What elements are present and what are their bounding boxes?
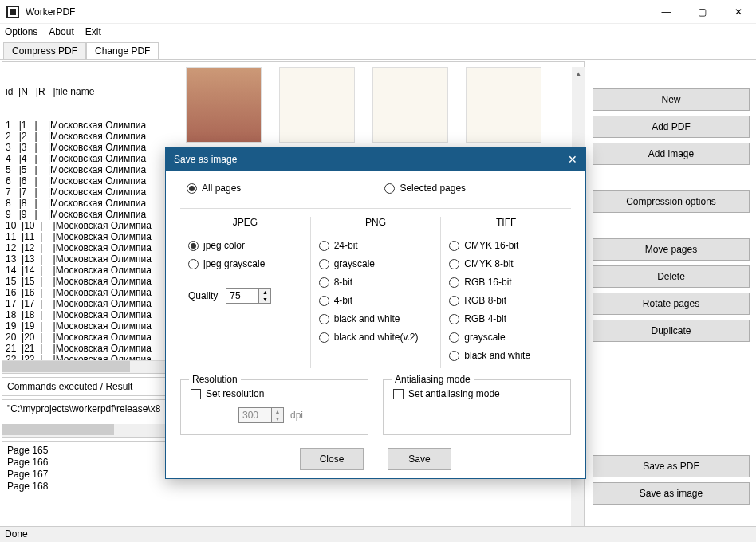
dpi-unit: dpi (290, 410, 303, 421)
radio-tiff-option[interactable]: CMYK 8-bit (449, 258, 563, 269)
jpeg-column: JPEG jpeg color jpeg grayscale Quality ▲… (180, 217, 310, 368)
radio-tiff-option[interactable]: grayscale (449, 332, 563, 343)
radio-tiff-option[interactable]: RGB 8-bit (449, 295, 563, 306)
radio-png-option[interactable]: black and white(v.2) (319, 332, 433, 343)
radio-icon (449, 296, 459, 306)
radio-icon (319, 241, 329, 251)
quality-label: Quality (188, 290, 218, 301)
radio-icon (319, 277, 329, 288)
spinner-down-icon: ▼ (272, 415, 283, 422)
antialiasing-legend: Antialiasing mode (392, 374, 474, 385)
png-column: PNG 24-bitgrayscale8-bit4-bitblack and w… (310, 217, 441, 368)
radio-icon (319, 296, 329, 306)
set-antialiasing-checkbox[interactable]: Set antialiasing mode (393, 388, 561, 399)
png-header: PNG (319, 217, 433, 228)
radio-png-option[interactable]: 24-bit (319, 240, 433, 251)
checkbox-icon (393, 389, 404, 399)
radio-tiff-option[interactable]: black and white (449, 350, 563, 361)
radio-icon (449, 314, 459, 324)
dpi-input (238, 407, 272, 423)
radio-all-pages[interactable]: All pages (187, 183, 241, 194)
radio-selected-pages[interactable]: Selected pages (384, 183, 466, 194)
radio-icon (449, 351, 459, 361)
spinner-up-icon: ▲ (272, 408, 283, 415)
dialog-save-button[interactable]: Save (388, 448, 451, 470)
spinner-up-icon[interactable]: ▲ (259, 289, 270, 296)
radio-png-option[interactable]: 4-bit (319, 295, 433, 306)
dialog-close-button[interactable]: Close (300, 448, 364, 470)
radio-icon (319, 314, 329, 324)
radio-png-option[interactable]: grayscale (319, 258, 433, 269)
dialog-close-icon[interactable]: ✕ (568, 153, 577, 166)
set-resolution-checkbox[interactable]: Set resolution (191, 388, 358, 399)
dialog-title: Save as image (174, 154, 237, 165)
save-as-image-dialog: Save as image ✕ All pages Selected pages… (165, 147, 586, 479)
resolution-group: Resolution Set resolution ▲▼ dpi (180, 379, 368, 435)
radio-tiff-option[interactable]: CMYK 16-bit (449, 240, 563, 251)
tiff-header: TIFF (449, 217, 563, 228)
radio-jpeg-grayscale[interactable]: jpeg grayscale (188, 258, 302, 269)
radio-icon (449, 332, 459, 343)
quality-spinner[interactable]: ▲▼ (226, 288, 271, 304)
dialog-titlebar[interactable]: Save as image ✕ (166, 147, 585, 171)
radio-icon (449, 259, 459, 269)
radio-icon (384, 183, 395, 194)
tiff-column: TIFF CMYK 16-bitCMYK 8-bitRGB 16-bitRGB … (440, 217, 571, 368)
radio-tiff-option[interactable]: RGB 16-bit (449, 277, 563, 288)
radio-png-option[interactable]: 8-bit (319, 277, 433, 288)
radio-tiff-option[interactable]: RGB 4-bit (449, 313, 563, 324)
jpeg-header: JPEG (188, 217, 302, 228)
resolution-legend: Resolution (189, 374, 241, 385)
radio-icon (319, 332, 329, 343)
radio-icon (449, 277, 459, 288)
dpi-spinner: ▲▼ (238, 407, 284, 423)
radio-icon (188, 259, 199, 269)
radio-icon (319, 259, 329, 269)
radio-icon (188, 241, 199, 251)
radio-jpeg-color[interactable]: jpeg color (188, 240, 302, 251)
checkbox-icon (191, 389, 201, 399)
quality-input[interactable] (226, 288, 259, 304)
antialiasing-group: Antialiasing mode Set antialiasing mode (383, 379, 571, 435)
radio-icon (449, 241, 459, 251)
spinner-down-icon[interactable]: ▼ (259, 296, 270, 303)
radio-icon (187, 183, 197, 194)
radio-png-option[interactable]: black and white (319, 313, 433, 324)
